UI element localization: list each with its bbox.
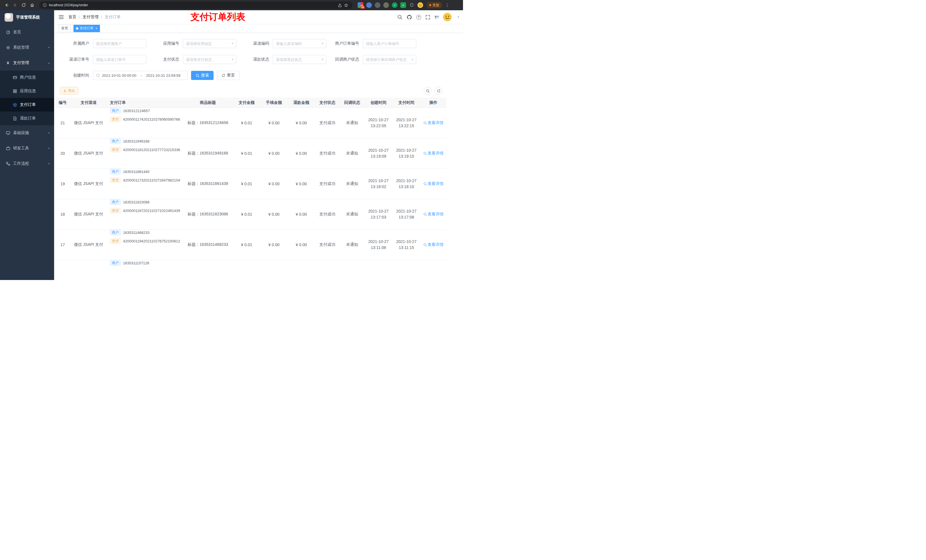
view-detail-link[interactable]: 查看详情 <box>424 212 443 217</box>
github-icon[interactable] <box>407 15 412 20</box>
fullscreen-icon[interactable] <box>425 15 430 20</box>
home-icon[interactable] <box>28 1 36 9</box>
date-range-picker[interactable]: 2021-10-01 00:00:00 - 2021-10-31 23:59:5… <box>93 71 188 80</box>
cell-pay-time: 2021-10-27 13:22:15 <box>392 108 420 138</box>
pay-line: 支付 4200001167202110271022491439 <box>110 208 180 213</box>
column-header: 支付时间 <box>392 98 420 107</box>
table-row: 21 微信 JSAPI 支付 商户 1635312124657 支付 42000… <box>55 108 446 138</box>
font-size-icon[interactable]: TT <box>434 15 439 20</box>
logo-avatar <box>5 13 13 22</box>
breadcrumb-payment[interactable]: 支付管理 <box>83 15 98 20</box>
breadcrumb-current: 支付订单 <box>105 15 121 20</box>
column-header: 手续金额 <box>260 98 287 107</box>
sidebar-item-system[interactable]: 系统管理 ▼ <box>0 40 54 55</box>
merchant-order-number: 1635311949168 <box>123 139 150 143</box>
address-bar[interactable]: localhost:1024/pay/order <box>39 2 353 9</box>
extension-blue-icon[interactable] <box>366 2 372 8</box>
cell-notify-status: 未通知 <box>340 108 365 138</box>
sidebar-item-infrastructure[interactable]: 基础设施 ▼ <box>0 125 54 140</box>
extension-emoji-icon[interactable] <box>418 2 423 8</box>
extension-colorful-icon[interactable]: 10 <box>358 2 363 8</box>
merchant-order-number: 1635311881440 <box>123 170 150 174</box>
sidebar-item-label: 应用信息 <box>20 89 36 94</box>
sidebar-item-dev-tools[interactable]: 研发工具 ▼ <box>0 140 54 156</box>
app-logo[interactable]: 芋道管理系统 <box>0 10 54 24</box>
pay-line: 支付 4200001174202110278060590766 <box>110 116 180 122</box>
extension-gray-icon[interactable] <box>375 2 380 8</box>
extension-chat-icon[interactable]: ≡ <box>400 2 406 8</box>
cell-fee-amount: ¥ 0.00 <box>260 169 287 199</box>
merchant-input[interactable] <box>93 39 146 48</box>
sidebar-item-home[interactable]: 首页 <box>0 24 54 40</box>
top-navbar: 首页 / 支付管理 / 支付订单 支付订单列表 ? TT ▼ <box>54 10 463 24</box>
create-date: 2021-10-27 <box>368 178 389 184</box>
create-time: 13:18:02 <box>371 184 386 190</box>
main-area: 首页 / 支付管理 / 支付订单 支付订单列表 ? TT ▼ <box>54 10 463 280</box>
filter-app-id: 应用编号 ▼ <box>150 39 240 48</box>
reset-button[interactable]: 重置 <box>217 71 239 80</box>
pay-status-select[interactable] <box>183 55 236 64</box>
toggle-search-icon[interactable] <box>424 87 432 95</box>
view-detail-link[interactable]: 查看详情 <box>424 120 443 125</box>
pay-date: 2021-10-27 <box>396 239 416 245</box>
extensions-puzzle-icon[interactable] <box>409 2 415 8</box>
header-search-icon[interactable] <box>397 15 402 20</box>
avatar-dropdown-caret-icon[interactable]: ▼ <box>457 16 460 18</box>
tab-home[interactable]: 首页 <box>59 25 71 32</box>
bookmark-star-icon[interactable] <box>343 2 349 8</box>
back-icon[interactable] <box>2 1 11 9</box>
refresh-table-icon[interactable] <box>434 87 442 95</box>
site-info-icon[interactable] <box>43 3 47 7</box>
cell-create-time: 2021-10-27 13:17:03 <box>365 199 392 229</box>
notify-status-select[interactable] <box>363 55 416 64</box>
view-detail-label: 查看详情 <box>428 151 443 156</box>
view-detail-link[interactable]: 查看详情 <box>424 181 443 186</box>
view-detail-link[interactable]: 查看详情 <box>424 242 443 247</box>
forward-icon[interactable] <box>11 1 20 9</box>
column-header: 支付金额 <box>233 98 260 107</box>
search-button[interactable]: 搜索 <box>191 71 213 80</box>
date-end-value[interactable]: 2021-10-31 23:59:59 <box>146 73 180 78</box>
help-icon[interactable]: ? <box>416 15 421 20</box>
reload-icon[interactable] <box>20 1 28 9</box>
extension-check-icon[interactable]: ✓ <box>392 2 398 8</box>
cell-pay-time: 2021-10-27 13:19:15 <box>392 138 420 169</box>
filter-label: 创建时间 <box>60 73 93 78</box>
tab-close-icon[interactable]: × <box>95 26 97 30</box>
cell-refund-amount: ¥ 0.00 <box>287 199 315 229</box>
view-detail-label: 查看详情 <box>428 181 443 186</box>
merchant-line: 商户 1635311468233 <box>110 229 150 235</box>
cell-pay-amount: ¥ 0.01 <box>233 229 260 260</box>
view-detail-link[interactable]: 查看详情 <box>424 151 443 156</box>
channel-order-no-input[interactable] <box>93 55 146 64</box>
clock-icon <box>96 73 100 77</box>
share-icon[interactable] <box>337 2 343 8</box>
sidebar-item-refund-order[interactable]: 退款订单 <box>0 112 54 125</box>
cell-notify-status: 未通知 <box>340 169 365 199</box>
extension-olive-icon[interactable] <box>383 2 389 8</box>
hamburger-icon[interactable] <box>54 15 68 20</box>
sidebar-item-payment[interactable]: ¥ 支付管理 ▲ <box>0 55 54 71</box>
merchant-line: 商户 1635311157126 <box>110 260 149 266</box>
cell-pay-channel: 微信 JSAPI 支付 <box>70 169 107 199</box>
browser-update-button[interactable]: 更新 <box>427 2 442 8</box>
export-button[interactable]: 导出 <box>60 87 78 95</box>
grid-icon <box>12 89 17 93</box>
sidebar-item-pay-order[interactable]: 支付订单 <box>0 98 54 112</box>
sidebar-item-merchant-info[interactable]: 商户信息 <box>0 71 54 84</box>
refund-status-select[interactable] <box>273 55 326 64</box>
filter-label: 所属商户 <box>60 41 93 46</box>
sidebar-item-workflow[interactable]: 工作流程 ▼ <box>0 156 54 171</box>
sidebar-item-app-info[interactable]: 应用信息 <box>0 84 54 98</box>
browser-menu-icon[interactable]: ⋮ <box>445 3 449 8</box>
user-avatar[interactable] <box>443 13 452 21</box>
pay-order-number: 4200001174202110278060590766 <box>123 117 180 122</box>
cell-notify-status: 未通知 <box>340 199 365 229</box>
breadcrumb-home[interactable]: 首页 <box>68 15 76 20</box>
app-id-select[interactable] <box>183 39 236 48</box>
url-text[interactable]: localhost:1024/pay/order <box>49 3 88 7</box>
merchant-order-no-input[interactable] <box>363 39 416 48</box>
channel-code-select[interactable] <box>273 39 326 48</box>
date-start-value[interactable]: 2021-10-01 00:00:00 <box>102 73 136 78</box>
tab-pay-order[interactable]: 支付订单 × <box>73 25 100 32</box>
